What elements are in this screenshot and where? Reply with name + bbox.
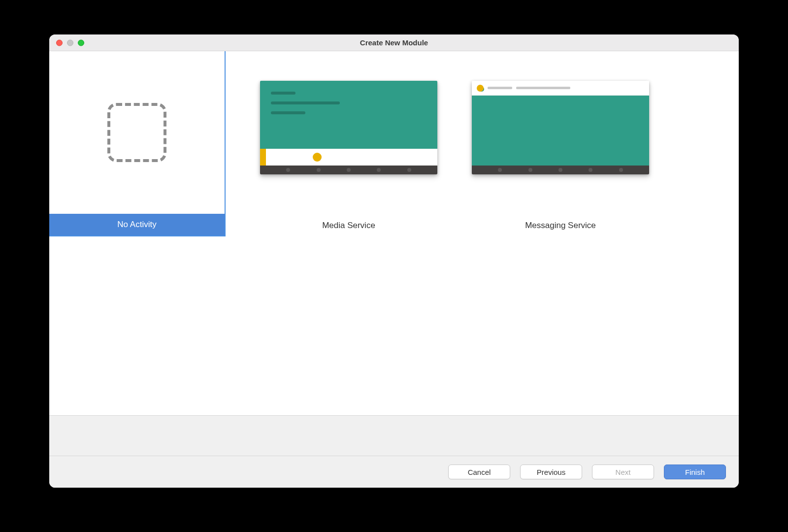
traffic-lights [56, 39, 84, 46]
template-thumbnail [260, 81, 437, 174]
template-label: Media Service [260, 212, 437, 231]
finish-button[interactable]: Finish [664, 465, 726, 479]
dialog-window: Create New Module No Activity [49, 34, 739, 488]
template-thumbnail [472, 81, 649, 174]
dashed-square-icon [107, 103, 166, 162]
previous-button[interactable]: Previous [520, 465, 582, 479]
media-mock-icon [260, 81, 437, 174]
minimize-icon[interactable] [67, 39, 73, 46]
template-grid: No Activity Media Service [49, 51, 739, 415]
template-no-activity[interactable]: No Activity [49, 51, 226, 236]
template-media-service[interactable]: Media Service [260, 81, 437, 231]
template-label: Messaging Service [472, 212, 649, 231]
info-bar [49, 416, 739, 456]
content-area: No Activity Media Service [49, 51, 739, 416]
titlebar: Create New Module [49, 34, 739, 51]
window-title: Create New Module [49, 38, 739, 47]
template-label: No Activity [49, 214, 225, 235]
next-button: Next [592, 465, 654, 479]
template-messaging-service[interactable]: Messaging Service [472, 81, 649, 231]
cancel-button[interactable]: Cancel [448, 465, 510, 479]
footer: Cancel Previous Next Finish [49, 456, 739, 488]
zoom-icon[interactable] [78, 39, 84, 46]
close-icon[interactable] [56, 39, 63, 46]
messaging-mock-icon [472, 81, 649, 174]
template-thumbnail [49, 51, 225, 214]
